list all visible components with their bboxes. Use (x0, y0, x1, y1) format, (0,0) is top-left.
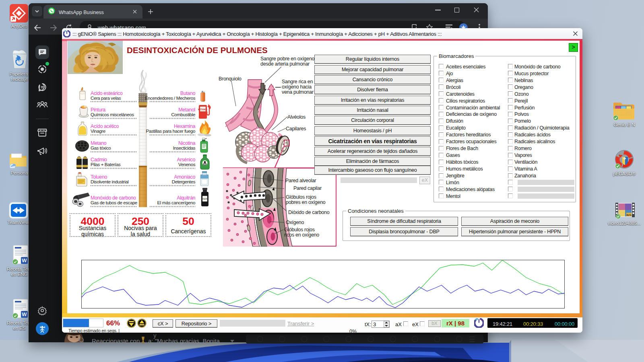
svg-text:Alquitr.: Alquitr. (202, 197, 208, 200)
svg-text:321: 321 (626, 213, 632, 217)
svg-text:W: W (22, 257, 27, 263)
svg-text:METANOL: METANOL (198, 108, 208, 111)
svg-text:W: W (22, 311, 27, 317)
svg-text:T: T (40, 326, 41, 328)
svg-text:Q: Q (44, 326, 45, 328)
